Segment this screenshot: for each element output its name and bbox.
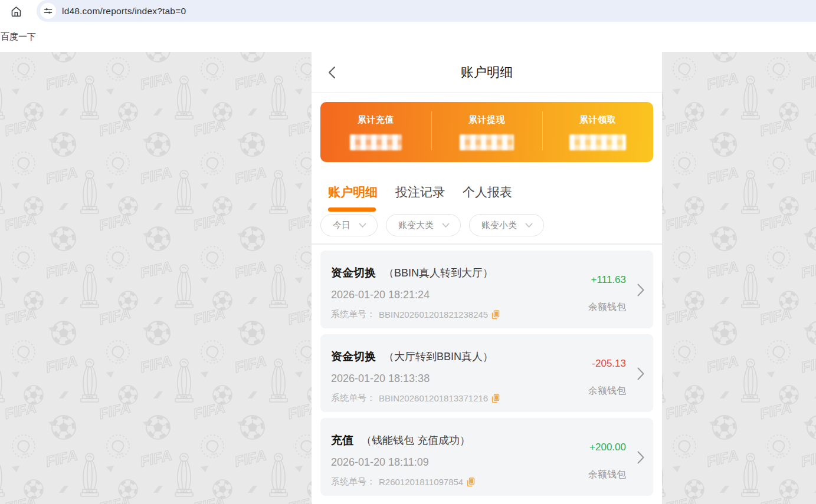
tab-account-detail[interactable]: 账户明细 <box>328 183 378 212</box>
transaction-wallet: 余额钱包 <box>588 301 626 314</box>
transaction-list: 资金切换 （BBIN真人转到大厅） 2026-01-20 18:21:24 系统… <box>312 245 662 496</box>
order-no-label: 系统单号： <box>331 393 375 404</box>
chevron-down-icon <box>359 223 366 228</box>
summary-total-claim: 累计领取 <box>542 102 653 162</box>
summary-divider <box>431 111 432 150</box>
transaction-type: 资金切换 <box>331 349 376 364</box>
page-title: 账户明细 <box>312 64 662 81</box>
transaction-amount: +111.63 <box>591 274 626 286</box>
transaction-row[interactable]: 资金切换 （大厅转到BBIN真人） 2026-01-20 18:13:38 系统… <box>320 334 653 412</box>
summary-label: 累计提现 <box>468 114 505 126</box>
transaction-datetime: 2026-01-20 18:11:09 <box>331 456 565 469</box>
tab-bet-records[interactable]: 投注记录 <box>395 183 445 212</box>
transaction-row[interactable]: 充值 （钱能钱包 充值成功） 2026-01-20 18:11:09 系统单号：… <box>320 418 653 496</box>
transaction-detail: （BBIN真人转到大厅） <box>384 266 493 280</box>
summary-divider <box>542 111 543 150</box>
summary-total-withdraw: 累计提现 <box>431 102 542 162</box>
chevron-right-icon <box>637 283 645 297</box>
order-no-value: BBIN202601201821238245 <box>379 309 488 319</box>
filter-bar: 今日 账变大类 账变小类 <box>320 214 662 236</box>
transaction-amount: -205.13 <box>592 358 626 370</box>
transaction-wallet: 余额钱包 <box>588 385 626 397</box>
chevron-right-icon <box>637 367 645 381</box>
transaction-row[interactable]: 资金切换 （BBIN真人转到大厅） 2026-01-20 18:21:24 系统… <box>320 251 653 328</box>
transaction-type: 充值 <box>331 433 353 448</box>
transaction-datetime: 2026-01-20 18:21:24 <box>331 289 565 301</box>
transaction-type: 资金切换 <box>331 265 376 281</box>
filter-major-type-dropdown[interactable]: 账变大类 <box>386 214 461 236</box>
transaction-datetime: 2026-01-20 18:13:38 <box>331 373 565 385</box>
masked-amount <box>350 134 402 150</box>
transaction-detail: （大厅转到BBIN真人） <box>384 350 493 364</box>
browser-toolbar: ld48.com/reports/index?tab=0 <box>0 0 816 22</box>
filter-date-dropdown[interactable]: 今日 <box>320 214 378 236</box>
masked-amount <box>569 134 626 150</box>
order-no-value: R2601201811097854 <box>379 477 463 487</box>
chevron-down-icon <box>525 223 533 228</box>
masked-amount <box>460 134 514 150</box>
page-background: FIFA FIFA FIFA FIFA <box>0 52 816 504</box>
transaction-detail: （钱能钱包 充值成功） <box>361 433 470 447</box>
url-text[interactable]: ld48.com/reports/index?tab=0 <box>62 6 186 17</box>
chevron-down-icon <box>442 223 450 228</box>
chevron-right-icon <box>637 450 645 465</box>
header-divider <box>312 92 662 93</box>
bookmark-link[interactable]: 百度一下 <box>1 31 36 42</box>
tab-bar: 账户明细 投注记录 个人报表 <box>328 183 662 212</box>
copy-icon[interactable] <box>467 477 475 487</box>
transaction-amount: +200.00 <box>589 442 626 453</box>
summary-label: 累计领取 <box>579 114 616 126</box>
summary-total-deposit: 累计充值 <box>320 102 431 162</box>
filter-minor-type-dropdown[interactable]: 账变小类 <box>469 214 544 236</box>
account-detail-panel: 账户明细 累计充值 累计提现 累计领取 账户明细 <box>312 52 662 504</box>
summary-label: 累计充值 <box>358 114 394 126</box>
active-tab-underline <box>328 207 376 212</box>
bookmark-bar: 百度一下 <box>0 22 816 52</box>
tab-personal-report[interactable]: 个人报表 <box>463 183 512 212</box>
transaction-wallet: 余额钱包 <box>588 469 626 481</box>
order-no-label: 系统单号： <box>331 476 375 487</box>
order-no-value: BBIN202601201813371216 <box>379 393 488 403</box>
copy-icon[interactable] <box>491 310 500 319</box>
summary-card: 累计充值 累计提现 累计领取 <box>320 102 653 162</box>
copy-icon[interactable] <box>491 394 500 403</box>
panel-header: 账户明细 <box>312 52 662 92</box>
order-no-label: 系统单号： <box>331 309 375 320</box>
site-settings-icon[interactable] <box>40 3 56 19</box>
home-icon[interactable] <box>8 4 24 19</box>
address-bar[interactable]: ld48.com/reports/index?tab=0 <box>37 0 816 22</box>
